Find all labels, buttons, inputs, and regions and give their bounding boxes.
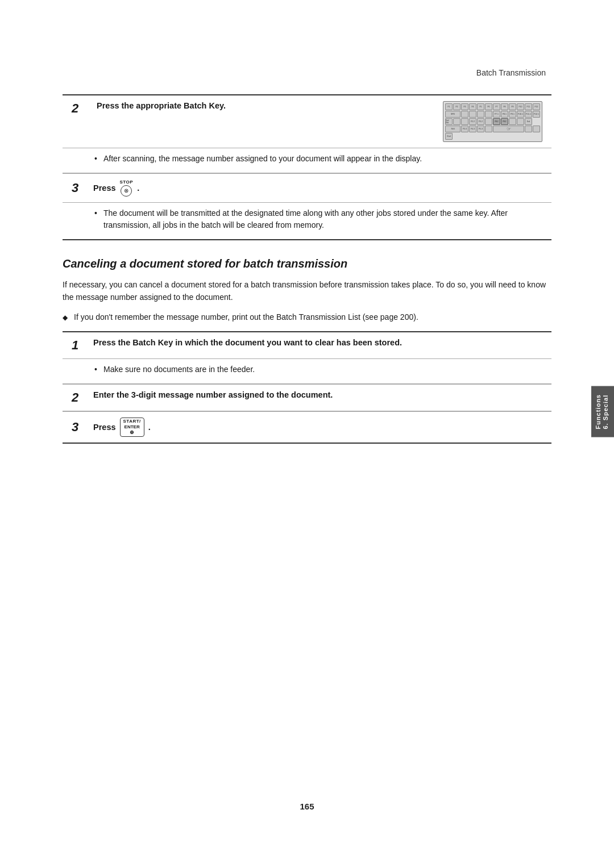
keyboard-image: F1 F2 F3 F4 F5 F6 F7 F8 F9 F10 F11 F12 S… <box>443 101 542 142</box>
step3a-bullet: The document will be transmitted at the … <box>94 207 542 231</box>
step3b-press-label: Press <box>93 423 116 432</box>
step1b-instruction: Press the Batch Key in which the documen… <box>93 338 402 347</box>
diamond-bullet: If you don't remember the message number… <box>63 311 551 323</box>
step3a-press-label: Press <box>93 183 116 193</box>
step-number-2b: 2 <box>72 390 88 405</box>
step3b-suffix: . <box>148 423 151 432</box>
step-number-1b: 1 <box>72 338 88 353</box>
page-header: Batch Transmission <box>63 68 551 77</box>
sidebar-special: 6. Special <box>602 394 609 429</box>
header-title: Batch Transmission <box>476 68 546 77</box>
intro-paragraph: If necessary, you can cancel a document … <box>63 278 551 304</box>
step-number-3a: 3 <box>72 181 88 195</box>
step2b-instruction: Enter the 3-digit message number assigne… <box>93 390 333 399</box>
step2a-instruction: Press the appropriate Batch Key. <box>97 101 432 110</box>
step1b-bullet: Make sure no documents are in the feeder… <box>94 364 542 375</box>
step2a-bullet: After scanning, the message number assig… <box>94 153 542 165</box>
section-heading: Canceling a document stored for batch tr… <box>63 257 551 270</box>
step-number-3b: 3 <box>72 420 88 435</box>
stop-key-icon: STOP ⊗ <box>120 180 134 197</box>
page-number: 165 <box>300 802 314 811</box>
sidebar-functions: Functions <box>595 394 601 429</box>
sidebar-tab: Functions 6. Special <box>591 386 614 437</box>
step-number-2a: 2 <box>72 101 88 116</box>
start-enter-key-icon: START/ ENTER ⊕ <box>120 418 144 437</box>
step3a-suffix: . <box>137 183 139 193</box>
